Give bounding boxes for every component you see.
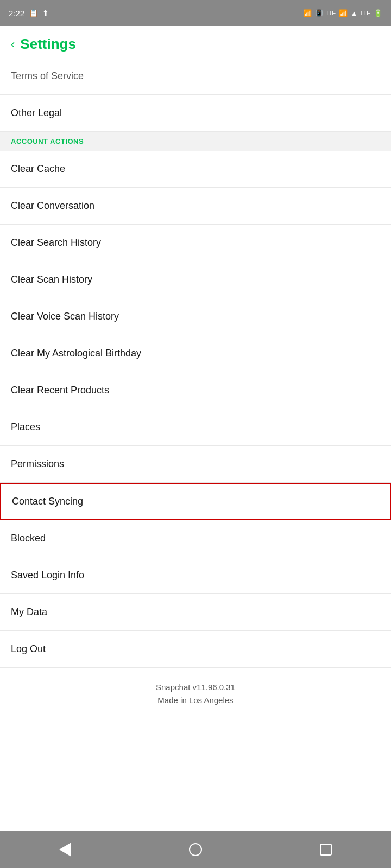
version-footer: Snapchat v11.96.0.31 Made in Los Angeles (0, 668, 391, 720)
version-line2: Made in Los Angeles (11, 694, 380, 707)
item-label-clear-cache: Clear Cache (11, 163, 65, 175)
list-item-permissions[interactable]: Permissions (0, 446, 391, 483)
lte2-icon: LTE (361, 10, 370, 16)
item-label-clear-search-history: Clear Search History (11, 237, 101, 248)
item-label-clear-my-astrological-birthday: Clear My Astrological Birthday (11, 348, 141, 359)
upload-icon: ⬆ (42, 9, 49, 17)
status-left: 2:22 📋 ⬆ (9, 9, 49, 18)
section-header-account-actions: ACCOUNT ACTIONS (0, 132, 391, 151)
wifi-icon: 📶 (339, 9, 348, 17)
list-item-log-out[interactable]: Log Out (0, 631, 391, 668)
list-item-clear-cache[interactable]: Clear Cache (0, 151, 391, 188)
nav-back-button[interactable] (52, 836, 79, 863)
list-item-clear-voice-scan-history[interactable]: Clear Voice Scan History (0, 298, 391, 335)
header: ‹ Settings (0, 26, 391, 58)
lte-icon: LTE (326, 10, 335, 16)
nav-home-button[interactable] (182, 836, 209, 863)
status-right: 📶 📳 LTE 📶 ▲ LTE 🔋 (303, 9, 382, 17)
item-label-contact-syncing: Contact Syncing (12, 496, 83, 507)
item-label-clear-recent-products: Clear Recent Products (11, 385, 109, 396)
item-label-terms-of-service: Terms of Service (11, 71, 84, 82)
item-label-permissions: Permissions (11, 458, 64, 470)
nav-bar (0, 831, 391, 868)
item-label-my-data: My Data (11, 607, 47, 618)
item-label-log-out: Log Out (11, 643, 46, 655)
version-line1: Snapchat v11.96.0.31 (11, 681, 380, 694)
status-time: 2:22 (9, 9, 24, 18)
list-item-places[interactable]: Places (0, 409, 391, 446)
back-button[interactable]: ‹ (11, 37, 15, 52)
item-label-clear-voice-scan-history: Clear Voice Scan History (11, 311, 119, 322)
item-label-blocked: Blocked (11, 533, 46, 544)
list-item-other-legal[interactable]: Other Legal (0, 95, 391, 132)
item-label-clear-scan-history: Clear Scan History (11, 274, 92, 285)
battery-icon: 🔋 (374, 9, 382, 17)
item-label-clear-conversation: Clear Conversation (11, 200, 94, 212)
back-triangle-icon (59, 843, 71, 857)
list-item-blocked[interactable]: Blocked (0, 520, 391, 557)
list-item-clear-conversation[interactable]: Clear Conversation (0, 188, 391, 225)
settings-list: Terms of Service Other Legal ACCOUNT ACT… (0, 58, 391, 831)
page-title: Settings (20, 36, 76, 53)
list-item-my-data[interactable]: My Data (0, 594, 391, 631)
recents-square-icon (320, 844, 332, 856)
clipboard-icon: 📋 (29, 9, 38, 17)
list-item-clear-scan-history[interactable]: Clear Scan History (0, 261, 391, 298)
home-circle-icon (189, 843, 202, 856)
list-item-clear-recent-products[interactable]: Clear Recent Products (0, 372, 391, 409)
signal-icon: ▲ (351, 9, 358, 17)
item-label-other-legal: Other Legal (11, 107, 62, 119)
bluetooth-icon: 📶 (303, 9, 312, 17)
list-item-clear-my-astrological-birthday[interactable]: Clear My Astrological Birthday (0, 335, 391, 372)
list-item-clear-search-history[interactable]: Clear Search History (0, 225, 391, 261)
item-label-places: Places (11, 422, 40, 433)
vibrate-icon: 📳 (315, 9, 323, 17)
list-item-contact-syncing[interactable]: Contact Syncing (0, 483, 391, 520)
list-item-terms-of-service[interactable]: Terms of Service (0, 58, 391, 95)
nav-recents-button[interactable] (312, 836, 339, 863)
status-bar: 2:22 📋 ⬆ 📶 📳 LTE 📶 ▲ LTE 🔋 (0, 0, 391, 26)
list-item-saved-login-info[interactable]: Saved Login Info (0, 557, 391, 594)
item-label-saved-login-info: Saved Login Info (11, 570, 84, 581)
